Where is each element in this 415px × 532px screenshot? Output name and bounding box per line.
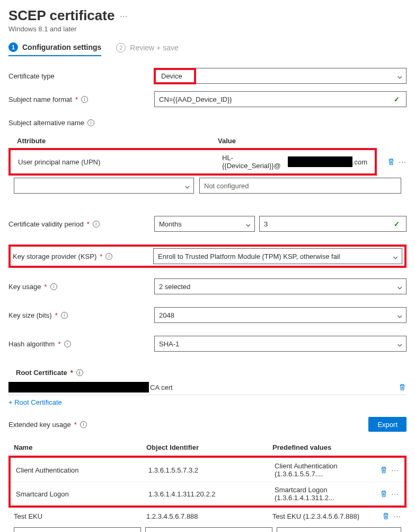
- required-marker: *: [100, 252, 102, 260]
- required-marker: *: [74, 421, 77, 429]
- page-title: SCEP certificate: [8, 7, 114, 24]
- validity-label: Certificate validity period: [8, 220, 84, 228]
- key-size-value: 2048: [159, 311, 174, 319]
- san-col-attribute: Attribute: [14, 137, 218, 145]
- eku-label: Extended key usage: [8, 421, 71, 429]
- ksp-value: Enroll to Trusted Platform Module (TPM) …: [158, 252, 340, 260]
- step-number-badge: 1: [8, 42, 18, 52]
- subject-name-format-input[interactable]: CN={{AAD_Device_ID}} ✓: [154, 91, 407, 107]
- step-label: Configuration settings: [22, 43, 101, 51]
- san-attribute-select[interactable]: [14, 178, 194, 194]
- redacted-root-name: [8, 382, 149, 393]
- chevron-down-icon: [398, 72, 406, 80]
- eku-name: Test EKU: [14, 512, 146, 520]
- hash-algorithm-label: Hash algorithm: [8, 340, 55, 348]
- delete-icon[interactable]: [398, 383, 407, 391]
- ksp-select[interactable]: Enroll to Trusted Platform Module (TPM) …: [153, 248, 402, 264]
- export-button[interactable]: Export: [368, 417, 407, 432]
- delete-icon[interactable]: [379, 466, 388, 474]
- san-value-placeholder: Not configured: [204, 182, 249, 190]
- info-icon[interactable]: i: [61, 312, 68, 319]
- required-marker: *: [87, 220, 90, 228]
- required-marker: *: [55, 311, 58, 319]
- eku-predefined: Smartcard Logon (1.3.6.1.4.1.311.2...: [275, 486, 379, 502]
- hash-algorithm-select[interactable]: SHA-1: [154, 336, 407, 352]
- info-icon[interactable]: i: [105, 253, 112, 260]
- more-icon[interactable]: ···: [120, 12, 128, 20]
- step-number-badge: 2: [116, 43, 126, 53]
- step-configuration-settings[interactable]: 1 Configuration settings: [8, 42, 101, 56]
- validity-value: 3: [264, 220, 268, 228]
- root-certificate-label: Root Certificate: [16, 369, 67, 377]
- chevron-down-icon: [185, 181, 189, 190]
- eku-col-predefined: Predefined values: [272, 443, 401, 451]
- eku-row-smartcard-logon: Smartcard Logon 1.3.6.1.4.1.311.20.2.2 S…: [11, 482, 404, 505]
- delete-icon[interactable]: [382, 512, 390, 520]
- chevron-down-icon: [393, 252, 398, 260]
- required-marker: *: [44, 283, 47, 291]
- info-icon[interactable]: i: [93, 221, 100, 228]
- required-marker: *: [58, 340, 60, 348]
- chevron-down-icon: [398, 311, 402, 319]
- chevron-down-icon: [398, 339, 402, 348]
- required-marker: *: [70, 369, 73, 377]
- row-more-icon[interactable]: ···: [391, 466, 399, 474]
- san-label: Subject alternative name: [8, 119, 84, 127]
- eku-col-oid: Object Identifier: [146, 443, 272, 451]
- subject-name-format-label: Subject name format: [8, 95, 72, 103]
- check-icon: ✓: [394, 95, 402, 103]
- san-row-upn: User principal name (UPN) HL-{{Device_Se…: [13, 152, 373, 172]
- eku-oid: 1.3.6.1.4.1.311.20.2.2: [148, 490, 275, 498]
- row-more-icon[interactable]: ···: [391, 490, 399, 498]
- delete-icon[interactable]: [387, 158, 395, 166]
- key-usage-value: 2 selected: [159, 283, 190, 291]
- info-icon[interactable]: i: [76, 369, 83, 376]
- step-label: Review + save: [130, 43, 178, 52]
- redacted-domain: [288, 156, 352, 167]
- san-value-suffix: .com: [352, 158, 367, 166]
- key-size-select[interactable]: 2048: [154, 307, 407, 323]
- eku-name: Smartcard Logon: [16, 490, 148, 498]
- subject-name-format-value: CN={{AAD_Device_ID}}: [159, 95, 232, 103]
- key-usage-select[interactable]: 2 selected: [154, 278, 407, 294]
- check-icon: ✓: [394, 220, 402, 228]
- info-icon[interactable]: i: [80, 421, 87, 428]
- eku-row-test: Test EKU 1.2.3.4.5.6.7.888 Test EKU (1.2…: [8, 508, 407, 524]
- eku-predefined-select[interactable]: Not configured: [277, 527, 401, 532]
- eku-col-name: Name: [14, 443, 146, 451]
- certificate-type-label: Certificate type: [8, 72, 55, 80]
- wizard-steps: 1 Configuration settings 2 Review + save: [8, 42, 407, 56]
- san-value-prefix: HL-{{Device_Serial}}@: [222, 154, 288, 170]
- chevron-down-icon: [246, 220, 250, 228]
- validity-unit-value: Months: [159, 220, 182, 228]
- certificate-type-select[interactable]: Device: [154, 68, 407, 84]
- eku-oid: 1.3.6.1.5.5.7.3.2: [148, 466, 275, 474]
- san-col-value: Value: [218, 137, 401, 145]
- step-review-save[interactable]: 2 Review + save: [116, 42, 178, 56]
- hash-algorithm-value: SHA-1: [159, 340, 179, 348]
- required-marker: *: [75, 95, 78, 103]
- info-icon[interactable]: i: [64, 341, 71, 347]
- certificate-type-value: Device: [155, 69, 195, 83]
- eku-predefined: Test EKU (1.2.3.4.5.6.7.888): [272, 512, 382, 520]
- add-root-certificate-link[interactable]: + Root Certificate: [8, 398, 62, 406]
- row-more-icon[interactable]: ···: [393, 512, 401, 520]
- delete-icon[interactable]: [379, 490, 388, 498]
- san-value-input[interactable]: Not configured: [199, 178, 401, 194]
- page-subtitle: Windows 8.1 and later: [8, 25, 407, 33]
- key-usage-label: Key usage: [8, 283, 41, 291]
- eku-oid-input[interactable]: Not configured: [145, 527, 272, 532]
- root-certificate-row: CA cert: [8, 380, 407, 395]
- info-icon[interactable]: i: [87, 119, 94, 126]
- info-icon[interactable]: i: [81, 96, 88, 103]
- key-size-label: Key size (bits): [8, 311, 52, 319]
- validity-value-input[interactable]: 3 ✓: [259, 216, 407, 232]
- chevron-down-icon: [398, 282, 402, 291]
- info-icon[interactable]: i: [50, 283, 57, 290]
- eku-oid: 1.2.3.4.5.6.7.888: [146, 512, 272, 520]
- eku-name-input[interactable]: Not configured: [14, 527, 141, 532]
- row-more-icon[interactable]: ···: [399, 158, 407, 166]
- eku-predefined: Client Authentication (1.3.6.1.5.5.7....: [275, 462, 379, 478]
- validity-unit-select[interactable]: Months: [154, 216, 255, 232]
- eku-name: Client Authentication: [16, 466, 148, 474]
